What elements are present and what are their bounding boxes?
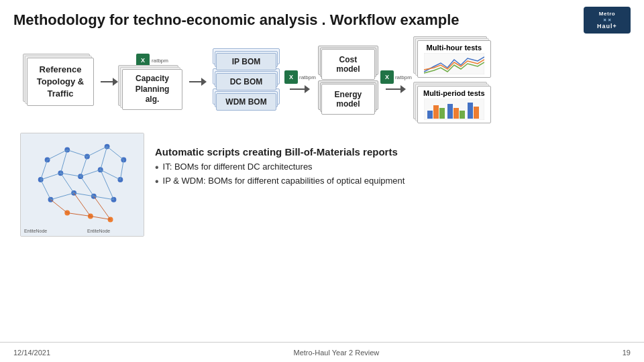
list-item: • IT: BOMs for different DC architecture… [155,162,405,173]
energy-model-box: Energy model [321,84,375,115]
arrow4 [386,85,406,93]
arrow1 [101,78,118,86]
arrow-line3 [290,88,305,90]
capacity-section: X ratbpm Capacity Planning alg. [122,54,182,110]
footer-date: 12/14/2021 [13,349,50,357]
arrow-line2 [189,81,201,82]
mid-connector: X ratbpm [284,70,316,93]
arrow-line [101,81,113,82]
svg-rect-0 [424,53,484,74]
svg-rect-3 [433,105,439,119]
svg-rect-7 [460,111,465,119]
svg-rect-6 [453,108,459,119]
logo: Metro ✕ ✕ Haul+ [584,7,631,34]
reference-label: Reference Topology & Traffic [27,58,94,107]
bom-stack: IP BOM DC BOM WDM BOM [216,53,276,111]
arrow-head3 [305,85,310,93]
capacity-block: Capacity Planning alg. [122,69,182,110]
excel-right-row: X ratbpm [380,70,412,84]
wdm-bom-box: WDM BOM [216,93,276,111]
arrow-head [113,78,118,86]
excel-mid-row: X ratbpm [284,70,316,84]
arrow2 [189,78,207,86]
arrow-head2 [201,78,207,86]
logo-line1: Metro [599,11,615,17]
bottom-section: EntiteNode EntiteNode Automatic scripts … [13,133,631,237]
ip-bom-box: IP BOM [216,53,276,70]
multi-hour-box: Multi-hour tests [417,40,491,78]
content-area: Automatic scripts creating Bill-of-Mater… [155,139,405,237]
line-chart-thumb [424,53,484,74]
svg-point-12 [64,147,70,153]
footer-page: 19 [623,349,631,357]
svg-text:EntiteNode: EntiteNode [87,229,110,233]
cost-model-box: Cost model [321,49,375,80]
multi-period-box: Multi-period tests [417,86,491,123]
bar-chart-thumb [424,99,484,120]
test-stack: Multi-hour tests Multi-period tests [417,40,491,123]
header: Methodology for techno-economic analysis… [13,7,631,34]
multi-period-wrap: Multi-period tests [417,86,491,123]
footer-title: Metro-Haul Year 2 Review [294,349,380,357]
bullet-dot-1: • [155,162,159,173]
dc-bom-box: DC BOM [216,73,276,90]
svg-rect-5 [447,104,453,119]
network-svg: EntiteNode EntiteNode [21,133,144,237]
excel-label-capacity: ratbpm [152,58,168,64]
network-diagram: EntiteNode EntiteNode [20,133,144,237]
logo-line2: Haul+ [597,23,617,29]
arrow-head4 [400,85,406,93]
list-item: • IP & WDM: BOMs for different capabilit… [155,176,405,187]
workflow: Reference Topology & Traffic X ratbpm Ca… [27,40,617,123]
bullet-text-2: IP & WDM: BOMs for different capabilitie… [163,176,405,186]
arrow-line4 [386,88,400,90]
svg-rect-4 [439,108,445,119]
footer: 12/14/2021 Metro-Haul Year 2 Review 19 [0,342,644,362]
page-title: Methodology for techno-economic analysis… [13,11,460,29]
bullet-dot-2: • [155,176,159,187]
bullet-list: • IT: BOMs for different DC architecture… [155,162,405,187]
excel-icon-mid: X [284,70,298,84]
multi-period-label: Multi-period tests [422,89,486,97]
svg-rect-10 [21,133,144,236]
right-connector: X ratbpm [380,70,412,93]
capacity-label: Capacity Planning alg. [122,69,182,110]
bullet-text-1: IT: BOMs for different DC architectures [163,162,313,172]
multi-hour-label: Multi-hour tests [422,44,486,52]
model-stack: Cost model Energy model [321,49,375,115]
excel-label-mid: ratbpm [299,74,316,80]
svg-text:EntiteNode: EntiteNode [24,229,47,233]
svg-rect-9 [474,107,479,119]
excel-label-right: ratbpm [395,74,412,80]
reference-block: Reference Topology & Traffic [27,58,94,107]
arrow3 [290,85,310,93]
multi-hour-wrap: Multi-hour tests [417,40,491,78]
svg-rect-2 [427,111,433,119]
excel-icon-right: X [380,70,394,84]
content-title: Automatic scripts creating Bill-of-Mater… [155,146,405,158]
logo-icon: ✕ ✕ [603,17,611,22]
svg-rect-8 [468,103,473,119]
slide: Methodology for techno-economic analysis… [0,0,644,362]
